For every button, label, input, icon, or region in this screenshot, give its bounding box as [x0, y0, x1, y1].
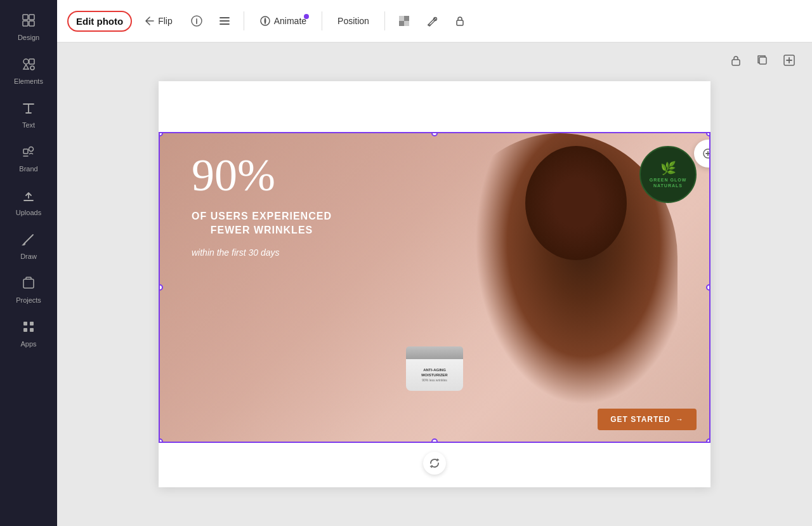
ad-subtext-line3: within the first 30 days	[192, 247, 280, 258]
add-icon	[782, 53, 796, 67]
sidebar-text-label: Text	[22, 121, 35, 129]
jar-body: ANTI-AGINGMOISTURIZER 90% less wrinkles	[406, 359, 463, 391]
svg-rect-12	[23, 328, 27, 332]
jar-sublabel: 90% less wrinkles	[422, 378, 447, 382]
handle-bottom-left[interactable]	[159, 438, 163, 443]
duplicate-icon	[756, 53, 769, 67]
handle-bottom-right[interactable]	[706, 438, 710, 443]
svg-rect-21	[428, 24, 431, 26]
sidebar-item-brand[interactable]: Brand	[3, 138, 54, 179]
cta-arrow-icon: →	[676, 415, 684, 424]
sidebar-elements-label: Elements	[14, 77, 43, 85]
toolbar-divider-1	[244, 11, 244, 30]
svg-rect-23	[732, 60, 740, 65]
transparency-button[interactable]	[393, 10, 416, 32]
draw-icon	[21, 232, 36, 249]
svg-rect-24	[759, 57, 766, 64]
main-area: Edit photo Flip Animate	[57, 0, 812, 526]
sidebar-item-uploads[interactable]: Uploads	[3, 181, 54, 223]
position-label: Position	[337, 16, 369, 26]
position-button[interactable]: Position	[330, 12, 377, 30]
animate-notification-dot	[304, 14, 309, 19]
toolbar-divider-2	[322, 11, 322, 30]
ad-subtext-line1: OF USERS EXPERIENCED FEWER WRINKLES	[192, 209, 332, 238]
canvas-area: 90% OF USERS EXPERIENCED FEWER WRINKLES …	[57, 43, 812, 526]
lock-canvas-button[interactable]	[726, 50, 746, 70]
handle-middle-right[interactable]	[706, 284, 710, 291]
svg-rect-22	[457, 20, 463, 25]
duplicate-button[interactable]	[752, 50, 773, 70]
ad-image[interactable]: 90% OF USERS EXPERIENCED FEWER WRINKLES …	[159, 132, 710, 443]
svg-rect-11	[30, 322, 34, 325]
info-button[interactable]	[185, 10, 208, 32]
canvas-wrapper: 90% OF USERS EXPERIENCED FEWER WRINKLES …	[159, 81, 710, 487]
refresh-button[interactable]	[423, 452, 446, 475]
ad-content: 90% OF USERS EXPERIENCED FEWER WRINKLES …	[160, 133, 709, 442]
edit-photo-button[interactable]: Edit photo	[67, 11, 132, 32]
svg-rect-13	[30, 328, 34, 332]
color-picker-icon	[426, 15, 438, 27]
comment-plus-icon	[702, 147, 710, 160]
sidebar-item-draw[interactable]: Draw	[3, 225, 54, 266]
animate-button[interactable]: Animate	[252, 11, 314, 30]
flip-icon	[145, 16, 155, 26]
svg-rect-9	[23, 279, 34, 288]
toolbar-divider-3	[384, 11, 385, 30]
cta-label: GET STARTED	[610, 415, 671, 424]
ad-percentage: 90%	[192, 152, 275, 198]
sidebar-item-elements[interactable]: Elements	[3, 50, 54, 91]
sidebar-brand-label: Brand	[19, 165, 37, 173]
text-icon	[21, 100, 36, 118]
svg-rect-1	[29, 15, 34, 20]
product-jar: ANTI-AGINGMOISTURIZER 90% less wrinkles	[406, 346, 463, 391]
projects-icon	[21, 275, 36, 293]
menu-button[interactable]	[213, 10, 236, 32]
transparency-icon	[398, 15, 410, 27]
jar-lid	[406, 346, 463, 359]
refresh-icon	[428, 457, 441, 470]
edit-photo-label: Edit photo	[76, 16, 123, 27]
add-button[interactable]	[779, 50, 799, 70]
sidebar-item-text[interactable]: Text	[3, 94, 54, 135]
brand-icon	[21, 144, 36, 162]
elements-icon	[21, 56, 36, 74]
svg-point-8	[29, 147, 34, 152]
svg-point-6	[30, 66, 34, 70]
sidebar: Design Elements Text	[0, 0, 57, 526]
sidebar-item-design[interactable]: Design	[3, 6, 54, 48]
svg-rect-5	[29, 59, 34, 64]
lock-icon	[454, 15, 466, 27]
sidebar-item-projects[interactable]: Projects	[3, 269, 54, 310]
color-picker-button[interactable]	[421, 10, 443, 32]
svg-rect-3	[29, 21, 34, 26]
svg-rect-10	[23, 322, 27, 325]
sidebar-item-apps[interactable]: Apps	[3, 313, 54, 354]
animate-icon	[259, 15, 271, 27]
sidebar-uploads-label: Uploads	[16, 209, 41, 216]
animate-label: Animate	[274, 16, 306, 26]
sidebar-apps-label: Apps	[20, 340, 36, 348]
info-icon	[190, 15, 203, 27]
flip-button[interactable]: Flip	[137, 12, 180, 30]
apps-icon	[21, 319, 36, 337]
lock-button[interactable]	[449, 10, 471, 32]
svg-rect-18	[399, 21, 404, 26]
cta-button[interactable]: GET STARTED →	[598, 409, 697, 430]
svg-rect-2	[23, 21, 28, 26]
flip-label: Flip	[158, 16, 173, 26]
uploads-icon	[21, 188, 36, 206]
svg-point-4	[23, 59, 29, 64]
svg-rect-16	[399, 16, 404, 21]
jar-product-name: ANTI-AGINGMOISTURIZER	[421, 368, 447, 378]
toolbar: Edit photo Flip Animate	[57, 0, 812, 43]
handle-bottom-center[interactable]	[431, 438, 438, 443]
menu-icon	[218, 15, 231, 27]
canvas-top-actions	[726, 50, 799, 70]
lock-canvas-icon	[729, 53, 743, 67]
handle-top-right[interactable]	[706, 132, 710, 136]
svg-rect-0	[23, 15, 28, 20]
svg-rect-17	[404, 16, 409, 21]
logo-text: GREEN GLOWNATURALS	[650, 177, 687, 188]
sidebar-projects-label: Projects	[16, 296, 41, 304]
sidebar-draw-label: Draw	[20, 253, 37, 260]
